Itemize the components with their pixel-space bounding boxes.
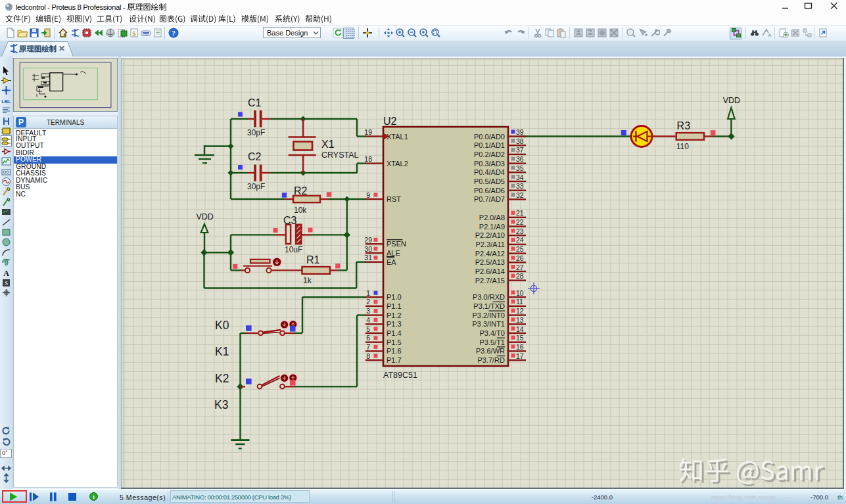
svg-text:27: 27	[516, 263, 524, 271]
svg-text:36: 36	[516, 155, 524, 163]
svg-text:A: A	[3, 269, 9, 278]
svg-text:P0.3/AD3: P0.3/AD3	[474, 160, 505, 168]
svg-text:U2: U2	[383, 116, 397, 127]
svg-text:P2.7/A15: P2.7/A15	[475, 277, 505, 285]
svg-text:21: 21	[516, 209, 524, 217]
svg-text:P2.6/A14: P2.6/A14	[475, 267, 505, 275]
svg-text:$: $	[132, 30, 136, 37]
svg-text:P0.7/AD7: P0.7/AD7	[474, 195, 505, 203]
svg-text:S: S	[5, 280, 8, 286]
svg-text:34: 34	[516, 173, 524, 181]
svg-text:P1.1: P1.1	[387, 302, 402, 310]
svg-text:AT89C51: AT89C51	[383, 371, 417, 380]
svg-text:6: 6	[366, 334, 370, 342]
svg-text:P2.2/A10: P2.2/A10	[475, 231, 505, 239]
svg-text:P0.0/AD0: P0.0/AD0	[474, 133, 505, 141]
svg-text:18: 18	[364, 155, 372, 163]
svg-text:P1.2: P1.2	[387, 311, 402, 319]
svg-text:K2: K2	[215, 372, 229, 385]
svg-text:P3.1/TXD: P3.1/TXD	[473, 302, 505, 310]
svg-text:PSEN: PSEN	[387, 240, 406, 248]
svg-text:19: 19	[364, 128, 372, 136]
svg-text:csm: csm	[143, 32, 149, 36]
svg-text:P3.6/WR: P3.6/WR	[476, 347, 505, 355]
svg-text:12: 12	[516, 307, 524, 315]
svg-text:K1: K1	[215, 345, 229, 358]
svg-text:X1: X1	[321, 139, 335, 150]
svg-text:13: 13	[516, 316, 524, 324]
svg-text:25: 25	[516, 245, 524, 253]
svg-text:P1.6: P1.6	[387, 347, 402, 355]
svg-text:3: 3	[366, 307, 370, 315]
svg-text:R2: R2	[294, 185, 308, 196]
svg-text:P3.3/INT1: P3.3/INT1	[472, 320, 505, 328]
svg-text:30pF: 30pF	[247, 182, 265, 191]
svg-text:P2.3/A11: P2.3/A11	[476, 241, 505, 248]
svg-text:RST: RST	[387, 195, 401, 203]
svg-text:EA: EA	[387, 258, 396, 266]
svg-text:32: 32	[516, 191, 524, 199]
svg-text:XTAL2: XTAL2	[387, 160, 408, 168]
svg-text:35: 35	[516, 164, 524, 172]
svg-text:14: 14	[516, 325, 524, 333]
svg-text:1: 1	[366, 289, 370, 297]
svg-text:P1.3: P1.3	[387, 320, 402, 328]
svg-text:26: 26	[516, 254, 524, 262]
svg-text:33: 33	[516, 182, 524, 190]
svg-text:P0.1/AD1: P0.1/AD1	[474, 141, 505, 149]
svg-text:P1.4: P1.4	[387, 329, 402, 337]
svg-text:P0.2/AD2: P0.2/AD2	[474, 150, 505, 158]
svg-text:P3.4/T0: P3.4/T0	[479, 329, 505, 337]
svg-text:VDD: VDD	[723, 96, 740, 105]
svg-text:P1.5: P1.5	[387, 338, 402, 346]
svg-text:P2.1/A9: P2.1/A9	[479, 223, 505, 231]
svg-text:P0.6/AD6: P0.6/AD6	[474, 187, 505, 195]
svg-text:28: 28	[516, 272, 524, 280]
svg-text:C3: C3	[283, 215, 297, 226]
svg-text:15: 15	[516, 334, 524, 342]
svg-text:39: 39	[516, 128, 524, 136]
svg-text:R1: R1	[306, 254, 320, 265]
svg-text:11: 11	[516, 298, 523, 306]
svg-text:17: 17	[516, 352, 524, 360]
svg-text:P1.0: P1.0	[387, 293, 402, 301]
svg-text:10: 10	[516, 289, 524, 297]
svg-text:38: 38	[516, 137, 524, 145]
svg-text:110: 110	[676, 142, 689, 151]
svg-text:5: 5	[366, 325, 370, 333]
svg-text:P0.5/AD5: P0.5/AD5	[474, 177, 505, 185]
svg-text:8: 8	[366, 352, 370, 360]
svg-text:10k: 10k	[294, 206, 307, 215]
svg-text:9: 9	[366, 191, 370, 199]
svg-text:ALE: ALE	[387, 249, 400, 257]
svg-text:P3.5/T1: P3.5/T1	[479, 338, 505, 346]
svg-text:P3.0/RXD: P3.0/RXD	[473, 293, 505, 301]
svg-text:30: 30	[364, 245, 372, 253]
svg-text:30pF: 30pF	[247, 128, 265, 137]
svg-text:P2.4/A12: P2.4/A12	[475, 250, 505, 258]
svg-text:7: 7	[366, 343, 370, 351]
svg-text:CRYSTAL: CRYSTAL	[321, 150, 359, 160]
svg-text:16: 16	[516, 343, 524, 351]
svg-text:VDD: VDD	[197, 212, 214, 221]
svg-text:P2.5/A13: P2.5/A13	[475, 258, 505, 266]
svg-text:P1.7: P1.7	[387, 356, 402, 364]
svg-text:C2: C2	[248, 151, 262, 162]
svg-text:P3.2/INT0: P3.2/INT0	[472, 311, 505, 319]
svg-text:22: 22	[516, 218, 524, 226]
svg-text:10uF: 10uF	[285, 245, 302, 254]
svg-text:P0.4/AD4: P0.4/AD4	[474, 168, 505, 176]
svg-text:2: 2	[366, 298, 370, 306]
svg-text:C1: C1	[248, 97, 262, 108]
svg-text:P3.7/RD: P3.7/RD	[477, 356, 505, 364]
svg-text:23: 23	[516, 227, 524, 235]
svg-text:K3: K3	[214, 398, 228, 411]
svg-text:R3: R3	[677, 120, 691, 131]
svg-text:31: 31	[364, 254, 372, 262]
svg-text:K0: K0	[215, 319, 229, 332]
svg-text:29: 29	[364, 236, 372, 244]
svg-text:37: 37	[516, 146, 524, 154]
svg-text:P2.0/A8: P2.0/A8	[479, 214, 505, 221]
svg-text:24: 24	[516, 236, 524, 244]
svg-text:XTAL1: XTAL1	[387, 133, 408, 141]
